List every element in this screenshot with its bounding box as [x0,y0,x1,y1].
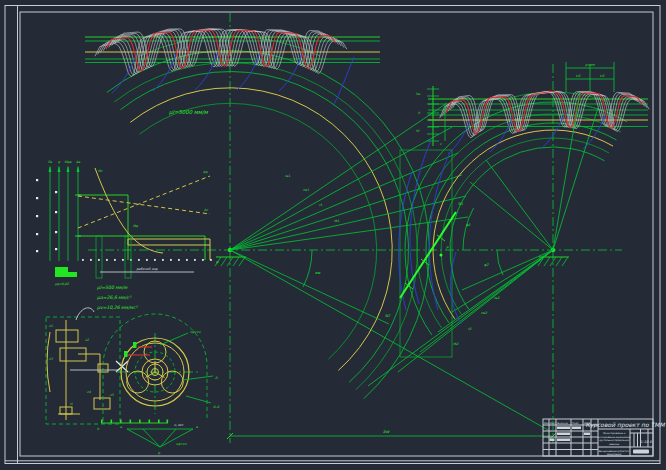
scale-annotations: μl=500 мм/м μa=26,6 мм/с² μv=10,26 мм/мс… [97,285,139,310]
radius-label: rw2 [481,311,488,315]
sheet-count: 8 [649,440,652,444]
cursor-artifacts [70,308,128,372]
document-name: Проектирование и исследование механизмов… [598,432,631,456]
scheme-boundary [46,317,120,424]
planetary-front-view: А А-А vд=vз [116,330,220,414]
half-pitch-label: t/2 [576,74,581,78]
axis-label: ψ [58,160,61,164]
pressure-angle-label: αw [315,271,321,275]
scale-value: 1:10 [640,440,649,444]
cursor-trail [76,308,94,320]
length-scale: μl=500 мм/м [97,285,128,290]
project-title: Курсовой проект по ТММ [585,421,665,429]
header-col: № докум. [557,422,569,425]
side-view-labels: z1 z2 z3 z4 z5 H [49,324,115,406]
curve-label: Мс [98,169,103,173]
marker [124,351,128,357]
radius-label: ra1 [285,174,290,178]
pitch-point [440,254,443,257]
gear2-angle-arc2 [463,208,474,250]
drawing-frame [5,6,660,464]
stroke-label: рабочий ход [137,267,159,271]
carrier-label: H [70,402,73,406]
plan-point-label: в [196,425,198,429]
contact-end-label: N1 [458,202,464,206]
radius-label: rb2 [453,342,459,346]
velocity-plan: v, м/с 0 а в р vд=vз [97,420,198,455]
center-distance-label: aw [383,429,390,434]
doc-line: зацепления [607,453,622,456]
baseline-dots [82,259,212,261]
tooth-pitch-dimension: p=πm t/2 t/2 [566,62,614,92]
radius-label: ra2 [494,296,500,300]
contact-end-label: N2 [385,314,391,318]
clearance-label: c [440,142,442,146]
angle-label: φ2 [484,263,489,267]
leader-line [183,376,213,380]
radius-label: rw1 [303,188,309,192]
ring-and-sun-circles [121,338,189,406]
axis-label: Ав [76,160,80,164]
dimension-aw: aw [227,429,556,439]
angle-label: φ1 [466,223,471,227]
sheet-border [5,6,660,464]
dedendum-label: hf [416,129,420,133]
left-gear-circles [107,36,429,399]
radius-label: r2 [468,327,472,331]
planetary-scheme: z1 z2 z3 z4 z5 H [46,308,220,424]
velocity-equality-label: vд=vз [176,442,187,446]
pitch-point-label: P [446,246,449,250]
axis-tick-dots [36,179,57,252]
section-label: А-А [213,405,220,409]
plan-point-label: а [120,425,123,429]
gear1-angle-arc [303,250,312,287]
ruler-ticks [101,420,168,424]
axis-label: Мдв [65,160,72,164]
section-label: А [215,376,218,380]
height-label: h [418,111,421,115]
gear1-radius-fan [230,103,548,430]
pitch-dim-label: p=πm [585,63,596,67]
legend-scale-label: μφ=0,02 [55,282,70,286]
work-curves [78,168,210,260]
scale-legend-steps [55,267,77,277]
plan-pole-label: р [158,451,161,455]
curve-label: Мд [133,224,139,228]
gear2-angle-arc [497,250,503,275]
header-col: Подп. [572,422,579,425]
doc-line: машины [609,443,619,446]
title-block: Курсовой проект по ТММ Проектирование и … [543,419,665,456]
revision-header: Изм. Лист № докум. Подп. Дата [544,422,591,425]
curve-label: Ад [203,170,208,174]
header-col: Лист [550,422,556,425]
ruler-zero: 0 [97,427,100,431]
radius-label: rb1 [334,219,339,223]
diagram-axis-labels: Sв ψ Мдв Ав [48,160,80,164]
header-col: Изм. [544,422,550,425]
curve-label: Ас [204,208,208,212]
scale-annotation-main: μl=5000 мм/м [169,109,209,116]
header-col: Дата [584,422,591,425]
addendum-label: ha [416,92,421,96]
ruler-units-label: v, м/с [174,423,183,427]
velocity-scale: μv=10,26 мм/мс² [97,305,139,310]
acceleration-scale: μa=26,6 мм/с² [97,295,132,300]
gear-number: z2 [85,338,90,342]
gear-number: z4 [87,390,92,394]
marker [133,342,137,348]
gear2-radius-fan [368,92,598,386]
moments-diagram: Sв ψ Мдв Ав φ Мс Ад Ас Мд [36,160,219,286]
gear-number: z5 [110,393,115,397]
left-gear-teeth [94,23,354,104]
gear2-reference-circle [433,130,613,319]
axis-label: Sв [48,160,52,164]
diagram-axes [49,166,82,262]
gear-number: z1 [49,324,53,328]
centerlines [88,13,622,443]
radius-label: r1 [319,203,322,207]
gear-number: z3 [49,357,54,361]
half-pitch-label: t/2 [600,74,605,78]
gear-meshing-drawing: μl=5000 мм/м αw ra1 rw1 r1 rb1 [0,0,666,470]
mesh-zone: P N1 N2 [385,140,464,357]
cad-model-space: μl=5000 мм/м αw ra1 rw1 r1 rb1 [0,0,666,470]
